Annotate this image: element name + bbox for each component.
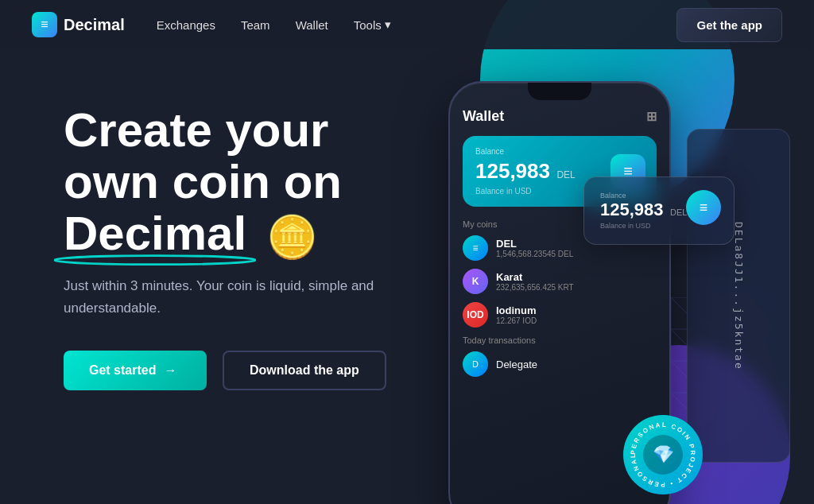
main-content: Create your own coin on Decimal 🪙 Just w… bbox=[0, 49, 814, 504]
coin-item-karat: K Karat 232,635,656.425 KRT bbox=[463, 269, 657, 294]
nav-link-exchanges[interactable]: Exchanges bbox=[157, 18, 215, 32]
tools-label: Tools bbox=[354, 18, 382, 32]
svg-point-21 bbox=[54, 256, 256, 265]
phone-wallet-label: Wallet bbox=[463, 108, 504, 125]
today-transactions-label: Today transactions bbox=[463, 335, 657, 345]
balance-currency: DEL bbox=[556, 169, 575, 180]
nav-link-wallet[interactable]: Wallet bbox=[296, 18, 328, 32]
iod-icon: IOD bbox=[463, 302, 488, 328]
hero-buttons: Get started → Download the app bbox=[64, 351, 477, 390]
delegate-label: Delegate bbox=[496, 359, 537, 370]
project-badge: PERSONAL COIN PROJECT • PERSONAL 💎 bbox=[623, 415, 703, 494]
karat-info: Karat 232,635,656.425 KRT bbox=[496, 271, 574, 292]
karat-name: Karat bbox=[496, 271, 574, 283]
iod-name: Iodinum bbox=[496, 304, 537, 316]
delegate-icon: D bbox=[463, 351, 488, 377]
coin-item-iod: IOD Iodinum 12.267 IOD bbox=[463, 302, 657, 328]
hero-section: Create your own coin on Decimal 🪙 Just w… bbox=[64, 89, 477, 390]
headline-brand-container: Decimal bbox=[64, 208, 246, 260]
nav-link-tools[interactable]: Tools ▾ bbox=[354, 17, 391, 32]
project-badge-circle: PERSONAL COIN PROJECT • PERSONAL 💎 bbox=[623, 415, 703, 494]
get-started-label: Get started bbox=[89, 363, 156, 378]
del-name: DEL bbox=[496, 238, 573, 250]
brand-name: Decimal bbox=[64, 16, 125, 34]
del-icon: ≡ bbox=[463, 235, 488, 261]
navbar: ≡ Decimal Exchanges Team Wallet Tools ▾ … bbox=[0, 0, 814, 49]
hero-subtext: Just within 3 minutes. Your coin is liqu… bbox=[64, 275, 397, 318]
oval-underline-icon bbox=[54, 250, 256, 266]
floating-currency: DEL bbox=[670, 207, 687, 217]
headline-line2: own coin on bbox=[64, 155, 342, 208]
phone-mockup-container: DELa8JJ1...jz5kntae Wallet ⊞ Balance 125… bbox=[417, 81, 782, 504]
floating-balance-card: Balance 125,983 DEL Balance in USD ≡ bbox=[583, 176, 735, 245]
floating-amount: 125,983 bbox=[600, 200, 664, 219]
del-amount: 1,546,568.23545 DEL bbox=[496, 250, 573, 258]
floating-logo-icon: ≡ bbox=[686, 190, 721, 225]
nav-links: Exchanges Team Wallet Tools ▾ bbox=[157, 17, 391, 32]
download-app-button[interactable]: Download the app bbox=[223, 351, 386, 390]
logo[interactable]: ≡ Decimal bbox=[32, 12, 125, 37]
headline-line1: Create your bbox=[64, 103, 328, 157]
nav-link-team[interactable]: Team bbox=[241, 18, 270, 32]
coin-decoration: 🪙 bbox=[266, 215, 318, 259]
iod-amount: 12.267 IOD bbox=[496, 316, 537, 325]
karat-icon: K bbox=[463, 269, 488, 294]
del-info: DEL 1,546,568.23545 DEL bbox=[496, 238, 573, 258]
get-app-button[interactable]: Get the app bbox=[676, 8, 782, 42]
arrow-icon: → bbox=[164, 363, 176, 378]
get-started-button[interactable]: Get started → bbox=[64, 351, 207, 390]
iod-info: Iodinum 12.267 IOD bbox=[496, 304, 537, 325]
logo-icon: ≡ bbox=[32, 12, 57, 37]
hero-headline: Create your own coin on Decimal 🪙 bbox=[64, 105, 477, 259]
balance-amount: 125,983 bbox=[475, 159, 550, 183]
karat-amount: 232,635,656.425 KRT bbox=[496, 283, 574, 292]
card-address-text: DELa8JJ1...jz5kntae bbox=[733, 222, 745, 370]
expand-icon: ⊞ bbox=[646, 109, 657, 124]
delegate-item: D Delegate bbox=[463, 351, 657, 377]
nav-left: ≡ Decimal Exchanges Team Wallet Tools ▾ bbox=[32, 12, 391, 37]
phone-wallet-header: Wallet ⊞ bbox=[463, 108, 657, 125]
project-badge-text-circle: PERSONAL COIN PROJECT • PERSONAL bbox=[623, 415, 703, 494]
phone-notch bbox=[528, 83, 591, 100]
svg-text:PERSONAL COIN PROJECT • PERSON: PERSONAL COIN PROJECT • PERSONAL bbox=[630, 421, 696, 488]
tools-dropdown-icon: ▾ bbox=[385, 17, 391, 32]
